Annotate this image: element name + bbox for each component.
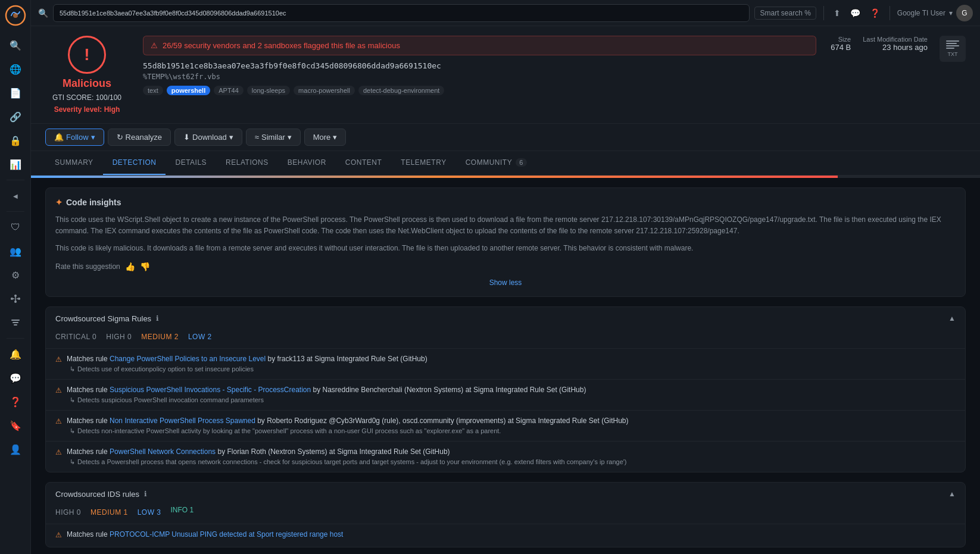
sidebar-item-globe[interactable]: 🌐	[5, 58, 26, 80]
sidebar-item-chart[interactable]: 📊	[5, 154, 26, 175]
file-path: %TEMP%\wst62fr.vbs	[143, 73, 816, 81]
sigma-rule-2: ⚠ Matches rule Suspicious PowerShell Inv…	[46, 380, 965, 411]
modified-meta: Last Modification Date 23 hours ago	[863, 36, 928, 52]
sidebar-item-users[interactable]: 👥	[5, 240, 26, 262]
chevron-down-icon-download: ▾	[229, 133, 233, 142]
sigma-rule-4-main: ⚠ Matches rule PowerShell Network Connec…	[55, 447, 956, 456]
thumbs-up-button[interactable]: 👍	[125, 262, 135, 271]
more-button[interactable]: More ▾	[304, 129, 347, 146]
notification-button[interactable]: 💬	[848, 6, 863, 20]
help-button[interactable]: ❓	[867, 6, 882, 20]
meta-row: Size 674 B Last Modification Date 23 hou…	[831, 36, 966, 62]
alert-text: 26/59 security vendors and 2 sandboxes f…	[163, 41, 400, 50]
sigma-rules-title: Crowdsourced Sigma Rules	[55, 314, 151, 323]
smart-search-button[interactable]: Smart search %	[754, 7, 816, 20]
tag-macro-powershell[interactable]: macro-powershell	[294, 86, 355, 95]
tab-detection[interactable]: DETECTION	[103, 151, 166, 175]
sidebar-item-file[interactable]: 📄	[5, 82, 26, 104]
sidebar-item-help[interactable]: ❓	[5, 391, 26, 412]
sigma-rule-3-desc: ↳ Detects non-interactive PowerShell act…	[70, 427, 956, 435]
sidebar-item-lock[interactable]: 🔒	[5, 130, 26, 151]
similar-label: Similar	[261, 133, 285, 142]
sev-tab-critical[interactable]: CRITICAL 0	[55, 330, 96, 343]
thumbs-down-button[interactable]: 👎	[140, 262, 150, 271]
sidebar-item-search[interactable]: 🔍	[5, 35, 26, 56]
upload-button[interactable]: ⬆	[831, 6, 843, 20]
ids-rules-title-area: Crowdsourced IDS rules ℹ	[55, 490, 147, 499]
main-area: 🔍 Smart search % ⬆ 💬 ❓ Google TI User ▾ …	[31, 0, 980, 554]
tags-container: text powershell APT44 long-sleeps macro-…	[143, 86, 816, 95]
chevron-down-icon-more: ▾	[333, 133, 337, 142]
ids-tab-low[interactable]: LOW 3	[138, 506, 161, 519]
sidebar-item-user[interactable]: 👤	[5, 439, 26, 460]
logo[interactable]	[5, 5, 26, 26]
similar-button[interactable]: ≈ Similar ▾	[246, 129, 301, 146]
sigma-rule-2-main: ⚠ Matches rule Suspicious PowerShell Inv…	[55, 386, 956, 395]
tab-content[interactable]: CONTENT	[336, 151, 392, 175]
sidebar-item-chat[interactable]: 💬	[5, 367, 26, 389]
sidebar-item-graph[interactable]	[5, 288, 26, 309]
reanalyze-label: Reanalyze	[126, 133, 162, 142]
line3	[946, 45, 959, 46]
tag-text[interactable]: text	[143, 86, 163, 95]
line1	[946, 40, 959, 42]
user-area[interactable]: Google TI User ▾ G	[897, 5, 973, 21]
tag-apt44[interactable]: APT44	[214, 86, 244, 95]
tab-details[interactable]: DETAILS	[166, 151, 216, 175]
sidebar-item-link[interactable]: 🔗	[5, 106, 26, 127]
svg-point-4	[18, 298, 20, 300]
tag-detect[interactable]: detect-debug-environment	[358, 86, 444, 95]
tag-powershell[interactable]: powershell	[167, 86, 210, 95]
sidebar-expand-icon[interactable]: ◀	[5, 185, 26, 206]
search-input[interactable]	[60, 10, 743, 17]
sev-tab-medium[interactable]: MEDIUM 2	[141, 330, 179, 343]
notification-icon: 💬	[850, 8, 860, 18]
ids-tab-medium[interactable]: MEDIUM 1	[90, 506, 128, 519]
sigma-rule-4-link[interactable]: PowerShell Network Connections	[110, 447, 216, 456]
sigma-rules-header[interactable]: Crowdsourced Sigma Rules ℹ ▲	[46, 307, 965, 330]
svg-rect-11	[14, 324, 17, 325]
content-area: ! Malicious GTI SCORE: 100/100 Severity …	[31, 26, 980, 554]
sidebar-item-bookmark[interactable]: 🔖	[5, 415, 26, 436]
sidebar-item-filter[interactable]	[5, 312, 26, 333]
follow-button[interactable]: 🔔 Follow ▾	[45, 129, 104, 146]
tab-telemetry[interactable]: TELEMETRY	[391, 151, 455, 175]
tabs-bar: SUMMARY DETECTION DETAILS RELATIONS BEHA…	[31, 151, 980, 176]
download-button[interactable]: ⬇ Download ▾	[174, 129, 242, 146]
sev-tab-high[interactable]: HIGH 0	[106, 330, 132, 343]
avatar: G	[956, 5, 973, 21]
similar-icon: ≈	[255, 133, 259, 142]
sigma-rule-1-link[interactable]: Change PowerShell Policies to an Insecur…	[110, 355, 266, 363]
sidebar-item-bell[interactable]: 🔔	[5, 343, 26, 365]
warn-icon-3: ⚠	[55, 417, 62, 425]
ids-rules-header[interactable]: Crowdsourced IDS rules ℹ ▲	[46, 483, 965, 506]
sigma-rule-4-text: Matches rule PowerShell Network Connecti…	[67, 447, 450, 456]
tab-relations[interactable]: RELATIONS	[216, 151, 278, 175]
tag-long-sleeps[interactable]: long-sleeps	[247, 86, 290, 95]
file-info: ⚠ 26/59 security vendors and 2 sandboxes…	[143, 36, 816, 95]
sigma-rule-1-desc: ↳ Detects use of executionpolicy option …	[70, 365, 956, 373]
code-insights-card: ✦ Code insights This code uses the WScri…	[45, 187, 966, 297]
chevron-down-icon: ▾	[91, 133, 95, 142]
tab-behavior[interactable]: BEHAVIOR	[278, 151, 336, 175]
file-type-label: TXT	[948, 51, 958, 57]
sidebar-item-shield[interactable]: 🛡	[5, 217, 26, 238]
tab-community[interactable]: COMMUNITY 6	[456, 151, 536, 175]
search-bar[interactable]	[53, 4, 750, 22]
ids-rule-1-link[interactable]: PROTOCOL-ICMP Unusual PING detected at S…	[110, 530, 343, 539]
modified-value: 23 hours ago	[863, 43, 928, 52]
gti-score: GTI SCORE: 100/100	[52, 93, 121, 102]
ids-tab-high[interactable]: HIGH 0	[55, 506, 81, 519]
tab-summary[interactable]: SUMMARY	[45, 151, 103, 175]
search-icon: 🔍	[38, 8, 48, 18]
sidebar-item-gear[interactable]: ⚙	[5, 264, 26, 286]
ids-tab-info[interactable]: INFO 1	[171, 506, 194, 519]
file-meta: Size 674 B Last Modification Date 23 hou…	[831, 36, 966, 62]
sigma-rule-3-link[interactable]: Non Interactive PowerShell Process Spawn…	[110, 417, 255, 425]
sigma-rule-2-desc-text: Detects suspicious PowerShell invocation…	[77, 396, 264, 403]
star-icon: ✦	[55, 198, 63, 207]
sev-tab-low[interactable]: LOW 2	[188, 330, 212, 343]
sigma-rule-2-link[interactable]: Suspicious PowerShell Invocations - Spec…	[110, 386, 311, 394]
show-less-button[interactable]: Show less	[55, 278, 956, 287]
reanalyze-button[interactable]: ↻ Reanalyze	[108, 129, 171, 146]
